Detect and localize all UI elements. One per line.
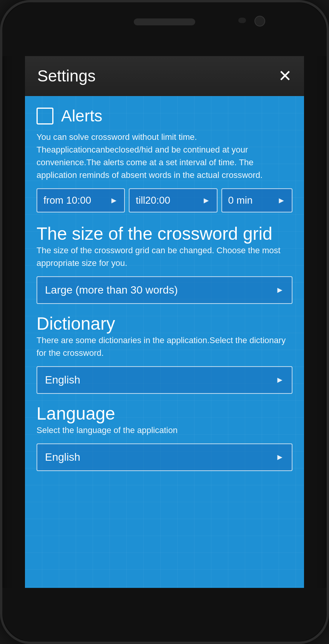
dictionary-dropdown[interactable]: English ► [37,366,292,394]
grid-size-heading: The size of the crossword grid [37,224,273,244]
language-heading: Language [37,403,115,423]
close-button[interactable]: ✕ [278,68,292,84]
till-time-label: till20:00 [136,194,170,206]
dictionary-selected: English [45,374,80,386]
grid-size-selected: Large (more than 30 words) [45,284,178,296]
from-time-button[interactable]: from 10:00 ► [37,188,125,212]
speaker-grill [134,18,195,25]
phone-frame: Settings ✕ Alerts You can solve crosswor… [0,0,329,644]
settings-content: Alerts You can solve crossword without l… [25,96,304,588]
from-time-label: from 10:00 [43,194,91,206]
screen-area: Settings ✕ Alerts You can solve crosswor… [25,56,304,588]
dictionary-section: Dictionary There are some dictionaries i… [37,313,292,394]
front-camera [254,16,265,27]
grid-size-dropdown[interactable]: Large (more than 30 words) ► [37,276,292,304]
grid-size-description: The size of the crossword grid can be ch… [37,244,292,269]
alerts-section: Alerts You can solve crossword without l… [37,107,292,212]
alerts-description: You can solve crossword without limit ti… [37,131,292,181]
phone-bottom-bar [2,588,327,642]
settings-title: Settings [37,67,96,85]
settings-header: Settings ✕ [25,56,304,96]
grid-size-arrow-icon: ► [276,285,284,295]
language-description: Select the language of the application [37,424,292,437]
time-controls: from 10:00 ► till20:00 ► 0 min ► [37,188,292,212]
till-time-button[interactable]: till20:00 ► [129,188,217,212]
bottom-space [37,480,292,557]
alerts-heading: Alerts [61,107,102,125]
language-arrow-icon: ► [276,452,284,462]
language-selected: English [45,451,80,463]
dictionary-heading: Dictionary [37,314,115,334]
language-section: Language Select the language of the appl… [37,403,292,471]
grid-size-section: The size of the crossword grid The size … [37,223,292,304]
from-arrow-icon: ► [110,196,118,206]
front-sensor [238,18,246,23]
min-arrow-icon: ► [277,196,286,206]
dictionary-description: There are some dictionaries in the appli… [37,334,292,359]
phone-top-bar [2,2,327,56]
alerts-header: Alerts [37,107,292,125]
language-dropdown[interactable]: English ► [37,443,292,471]
min-time-button[interactable]: 0 min ► [221,188,292,212]
dictionary-arrow-icon: ► [276,375,284,385]
settings-container: Settings ✕ Alerts You can solve crosswor… [25,56,304,588]
alerts-checkbox[interactable] [37,108,53,124]
till-arrow-icon: ► [202,196,211,206]
min-time-label: 0 min [228,194,253,206]
